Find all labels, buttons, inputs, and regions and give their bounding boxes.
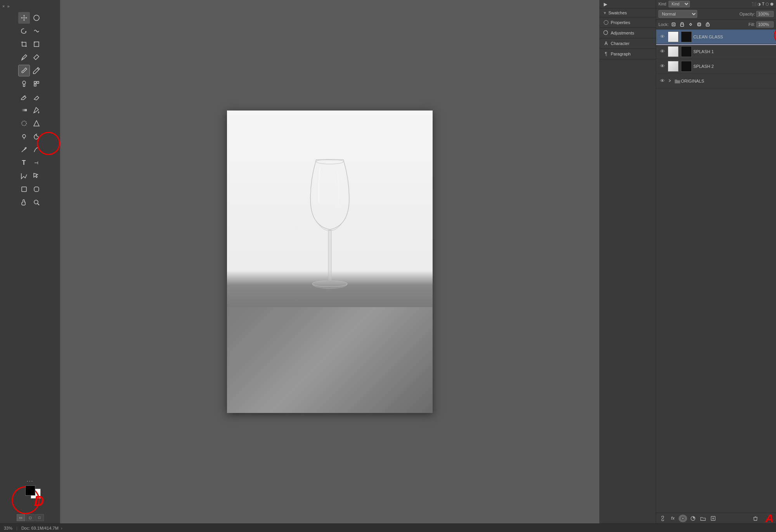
svg-point-10 (23, 135, 26, 138)
delete-layer-btn[interactable] (751, 515, 760, 522)
filter-smart-icon[interactable]: ⬟ (770, 2, 774, 6)
hand-tool[interactable] (18, 197, 30, 208)
swatches-panel-header[interactable]: ▼ Swatches (600, 9, 656, 17)
lock-artboards-btn[interactable] (696, 21, 703, 28)
filter-adjust-icon[interactable]: ◑ (757, 2, 761, 6)
svg-line-16 (38, 204, 39, 205)
perspective-tool[interactable] (31, 38, 42, 50)
foreground-color-swatch[interactable] (25, 485, 35, 496)
clone-stamp-tool[interactable] (18, 78, 30, 90)
adjustments-icon (603, 30, 609, 36)
layer-visibility-clean-glass[interactable]: 👁 (658, 34, 666, 40)
svg-point-30 (682, 517, 684, 519)
svg-rect-20 (672, 23, 675, 26)
path-selection-tool[interactable] (18, 170, 30, 182)
svg-rect-13 (22, 187, 26, 192)
adjustments-panel-section: Adjustments (600, 28, 656, 38)
canvas-wrapper (227, 111, 433, 413)
layer-visibility-originals[interactable]: 👁 (658, 78, 666, 84)
eraser-tool[interactable] (18, 91, 30, 103)
crop-tool[interactable] (18, 38, 30, 50)
properties-panel-section: Properties (600, 17, 656, 28)
filter-pixel-icon[interactable]: ⬛ (752, 2, 756, 6)
svg-rect-14 (34, 187, 39, 192)
toolbar-close-btn[interactable]: × (2, 4, 5, 9)
eyedropper-tool[interactable] (18, 52, 30, 63)
screen-mode-full-menu[interactable]: ◻ (26, 514, 35, 521)
properties-panel-header[interactable]: Properties (600, 17, 656, 28)
layer-style-btn[interactable]: fx (669, 515, 677, 522)
fill-section: Fill: (748, 21, 774, 28)
lock-position-btn[interactable] (687, 21, 694, 28)
vertical-type-tool[interactable]: T (31, 157, 42, 169)
lock-pixels-btn[interactable] (670, 21, 677, 28)
paint-bucket-tool[interactable] (31, 104, 42, 116)
lasso-tool[interactable] (18, 25, 30, 37)
layer-item-originals[interactable]: 👁 ORIGINALS (656, 74, 776, 88)
bg-eraser-tool[interactable] (31, 91, 42, 103)
layer-thumb-splash2 (668, 61, 679, 72)
adjustment-layer-btn[interactable] (689, 515, 697, 522)
layer-visibility-splash2[interactable]: 👁 (658, 63, 666, 69)
burn-tool[interactable] (31, 131, 42, 142)
link-layers-btn[interactable] (658, 515, 667, 522)
freeform-pen-tool[interactable] (31, 144, 42, 155)
character-label: Character (611, 41, 629, 46)
toolbar-expand-btn[interactable]: » (7, 4, 9, 9)
type-tool[interactable]: T (18, 157, 30, 169)
doc-info: Doc: 69.1M/414.7M (21, 526, 59, 530)
lock-label: Lock: (658, 22, 669, 27)
pen-tool[interactable] (18, 144, 30, 155)
artboard-tool[interactable] (31, 12, 42, 24)
lock-row: Lock: Fill: (656, 20, 776, 29)
filter-shape-icon[interactable]: ⬡ (766, 2, 769, 6)
kind-select[interactable]: Kind Name Effect (669, 1, 690, 7)
adjustments-panel-header[interactable]: Adjustments (600, 28, 656, 38)
properties-icon (603, 19, 609, 26)
sharpen-tool[interactable] (31, 117, 42, 129)
screen-mode-standard[interactable]: ▭ (17, 514, 25, 521)
opacity-label: Opacity: (740, 12, 755, 16)
paragraph-panel-header[interactable]: ¶ Paragraph (600, 49, 656, 59)
pencil-tool[interactable] (31, 65, 42, 76)
paragraph-label: Paragraph (611, 52, 630, 56)
pattern-stamp-tool[interactable] (31, 78, 42, 90)
svg-point-15 (34, 200, 38, 204)
new-layer-btn[interactable] (709, 515, 717, 522)
character-icon: A (603, 40, 609, 47)
rectangle-tool[interactable] (18, 183, 30, 195)
color-sampler-tool[interactable] (31, 52, 42, 63)
right-side-panels: ▶ ▼ Swatches Properties Adj (599, 0, 656, 523)
rounded-rectangle-tool[interactable] (31, 183, 42, 195)
lock-image-btn[interactable] (679, 21, 686, 28)
layer-mask-btn[interactable] (679, 515, 687, 522)
gradient-tool[interactable] (18, 104, 30, 116)
annotation-b-circle (774, 29, 776, 45)
play-btn[interactable]: ▶ (601, 1, 609, 8)
blend-mode-select[interactable]: Normal Dissolve Multiply Screen (658, 10, 697, 18)
opacity-input[interactable] (756, 11, 774, 17)
layer-visibility-splash1[interactable]: 👁 (658, 48, 666, 54)
layer-mask-splash1 (681, 46, 692, 57)
direct-selection-tool[interactable] (31, 170, 42, 182)
annotation-a-label: A (765, 512, 774, 524)
screen-mode-full[interactable]: □ (35, 514, 44, 521)
group-expand-arrow[interactable] (668, 78, 673, 84)
filter-type-icon[interactable]: T (762, 2, 764, 6)
layer-item-splash1[interactable]: 👁 SPLASH 1 (656, 44, 776, 59)
fill-input[interactable] (756, 21, 774, 28)
lock-all-btn[interactable] (704, 21, 711, 28)
blur-tool[interactable] (18, 117, 30, 129)
dodge-tool[interactable] (18, 131, 30, 142)
layer-item-splash2[interactable]: 👁 SPLASH 2 (656, 59, 776, 74)
layer-item-clean-glass[interactable]: 👁 CLEAN GLASS B (656, 29, 776, 44)
arrow-indicator[interactable]: › (61, 526, 62, 530)
character-panel-header[interactable]: A Character (600, 38, 656, 48)
more-tools-btn[interactable]: ··· (27, 478, 34, 484)
svg-rect-5 (37, 81, 39, 83)
brush-tool[interactable] (18, 65, 30, 76)
zoom-tool[interactable] (31, 197, 42, 208)
move-tool[interactable] (18, 12, 30, 24)
new-group-btn[interactable] (699, 515, 707, 522)
quick-select-tool[interactable] (31, 25, 42, 37)
